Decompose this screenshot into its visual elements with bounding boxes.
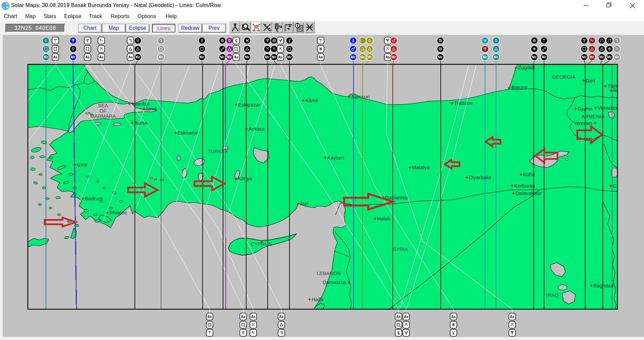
svg-text:SEA: SEA: [98, 103, 108, 108]
svg-text:As: As: [241, 315, 246, 319]
svg-text:Mc: Mc: [614, 55, 619, 59]
svg-text:As: As: [386, 55, 390, 59]
svg-text:As: As: [278, 55, 283, 59]
svg-text:Mc: Mc: [71, 55, 75, 59]
svg-text:Kayseri: Kayseri: [327, 155, 344, 160]
svg-text:GEORGIA: GEORGIA: [552, 74, 576, 80]
svg-text:Dalavakasir: Dalavakasir: [516, 190, 542, 196]
svg-text:Yerevan: Yerevan: [574, 120, 592, 126]
svg-text:Izmir: Izmir: [77, 162, 88, 167]
svg-text:As: As: [86, 55, 90, 59]
svg-text:Diyarbakir: Diyarbakir: [469, 175, 492, 180]
svg-text:Mc: Mc: [351, 55, 356, 59]
svg-text:Icel: Icel: [301, 201, 308, 206]
svg-text:As: As: [53, 55, 58, 59]
svg-text:Mc: Mc: [532, 55, 537, 59]
svg-text:Kâmil: Kâmil: [305, 97, 318, 103]
svg-text:Zugdidi: Zugdidi: [518, 65, 535, 70]
svg-text:Trabzon: Trabzon: [454, 100, 472, 106]
svg-text:Mc: Mc: [367, 55, 372, 59]
svg-text:Rhodes: Rhodes: [109, 210, 127, 215]
svg-text:ARMENIA: ARMENIA: [582, 114, 604, 119]
svg-text:Konya: Konya: [238, 176, 252, 181]
svg-text:Mc: Mc: [200, 55, 204, 59]
svg-text:Mc: Mc: [582, 55, 587, 59]
svg-text:Bodrum: Bodrum: [85, 196, 103, 201]
svg-text:Mc: Mc: [136, 55, 140, 59]
svg-text:Mc: Mc: [391, 55, 396, 59]
svg-text:Mc: Mc: [272, 55, 276, 59]
svg-text:Damascus: Damascus: [323, 279, 346, 285]
svg-text:Mc: Mc: [360, 55, 365, 59]
svg-text:As: As: [510, 315, 515, 319]
svg-text:Mc: Mc: [438, 55, 443, 59]
svg-text:Mc: Mc: [599, 55, 604, 59]
svg-text:R: R: [613, 87, 617, 93]
svg-text:Malatya: Malatya: [412, 164, 430, 170]
svg-text:OF: OF: [100, 108, 107, 114]
svg-text:Haifa: Haifa: [312, 296, 324, 302]
svg-text:As: As: [128, 55, 133, 59]
svg-text:As: As: [99, 55, 104, 59]
svg-text:C: C: [613, 183, 616, 189]
svg-text:Mc: Mc: [245, 55, 250, 59]
svg-text:LEBANON: LEBANON: [317, 270, 341, 276]
svg-text:Mc: Mc: [44, 55, 48, 59]
svg-text:Mc: Mc: [590, 55, 594, 59]
svg-text:Mc: Mc: [287, 55, 292, 59]
svg-text:SYRIA: SYRIA: [393, 246, 408, 252]
svg-text:As: As: [208, 315, 212, 319]
svg-text:Batumi: Batumi: [512, 84, 527, 90]
svg-text:Mc: Mc: [607, 55, 612, 59]
svg-text:Küfre: Küfre: [523, 172, 535, 177]
svg-text:As: As: [451, 315, 456, 319]
svg-text:Baghdad: Baghdad: [593, 283, 613, 288]
svg-text:Mc: Mc: [265, 55, 270, 59]
svg-text:Mc: Mc: [220, 55, 225, 59]
svg-text:As: As: [234, 55, 238, 59]
svg-text:MARMARA: MARMARA: [90, 113, 116, 119]
svg-text:Mc: Mc: [494, 55, 498, 59]
svg-text:Eskipazar: Eskipazar: [238, 102, 260, 108]
svg-text:As: As: [404, 315, 409, 319]
svg-text:Gaziantep: Gaziantep: [385, 195, 408, 200]
svg-text:As: As: [251, 315, 256, 319]
svg-text:As: As: [319, 55, 323, 59]
svg-text:CYPRUS: CYPRUS: [251, 241, 272, 247]
svg-text:Izmit: Izmit: [146, 106, 157, 112]
svg-text:Vanadzor: Vanadzor: [598, 105, 619, 111]
svg-text:Eskisehir: Eskisehir: [177, 130, 198, 136]
svg-text:As: As: [279, 315, 284, 319]
svg-text:Ankara: Ankara: [249, 126, 265, 132]
svg-text:Halab: Halab: [377, 216, 390, 221]
svg-text:Gori: Gori: [586, 78, 595, 83]
svg-text:Mc: Mc: [227, 55, 232, 59]
svg-text:Mc: Mc: [159, 55, 163, 59]
svg-text:Samsun: Samsun: [351, 94, 370, 99]
svg-text:Kerburan: Kerburan: [514, 183, 535, 189]
svg-text:Mc: Mc: [542, 55, 546, 59]
svg-text:As: As: [396, 315, 401, 319]
svg-text:IRAQ: IRAQ: [546, 292, 559, 298]
svg-text:Mc: Mc: [483, 55, 487, 59]
svg-text:Bursa: Bursa: [134, 120, 148, 126]
svg-text:TURKEY: TURKEY: [208, 148, 228, 154]
svg-text:Gjumri: Gjumri: [578, 106, 592, 112]
